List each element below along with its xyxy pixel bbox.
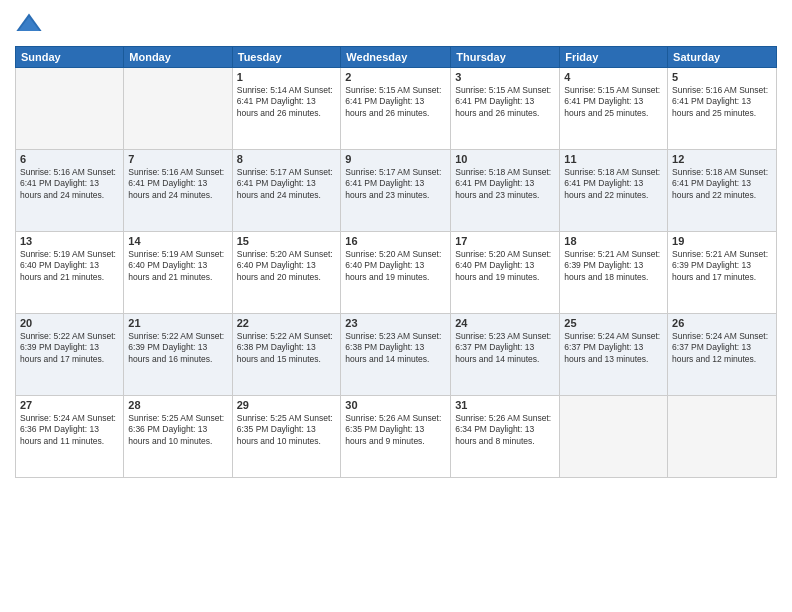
- calendar-cell: [16, 68, 124, 150]
- day-number: 27: [20, 399, 119, 411]
- day-info: Sunrise: 5:15 AM Sunset: 6:41 PM Dayligh…: [345, 85, 446, 119]
- logo: [15, 10, 47, 38]
- calendar-cell: 1Sunrise: 5:14 AM Sunset: 6:41 PM Daylig…: [232, 68, 341, 150]
- calendar-table: SundayMondayTuesdayWednesdayThursdayFrid…: [15, 46, 777, 478]
- day-number: 16: [345, 235, 446, 247]
- calendar-week-row: 1Sunrise: 5:14 AM Sunset: 6:41 PM Daylig…: [16, 68, 777, 150]
- day-info: Sunrise: 5:20 AM Sunset: 6:40 PM Dayligh…: [345, 249, 446, 283]
- calendar-cell: 6Sunrise: 5:16 AM Sunset: 6:41 PM Daylig…: [16, 150, 124, 232]
- calendar-cell: 20Sunrise: 5:22 AM Sunset: 6:39 PM Dayli…: [16, 314, 124, 396]
- day-number: 30: [345, 399, 446, 411]
- calendar-cell: 5Sunrise: 5:16 AM Sunset: 6:41 PM Daylig…: [668, 68, 777, 150]
- day-number: 22: [237, 317, 337, 329]
- day-info: Sunrise: 5:22 AM Sunset: 6:39 PM Dayligh…: [128, 331, 227, 365]
- day-number: 1: [237, 71, 337, 83]
- day-number: 31: [455, 399, 555, 411]
- calendar-week-row: 27Sunrise: 5:24 AM Sunset: 6:36 PM Dayli…: [16, 396, 777, 478]
- calendar-header-friday: Friday: [560, 47, 668, 68]
- calendar-cell: 17Sunrise: 5:20 AM Sunset: 6:40 PM Dayli…: [451, 232, 560, 314]
- calendar-cell: 31Sunrise: 5:26 AM Sunset: 6:34 PM Dayli…: [451, 396, 560, 478]
- day-info: Sunrise: 5:19 AM Sunset: 6:40 PM Dayligh…: [128, 249, 227, 283]
- day-info: Sunrise: 5:25 AM Sunset: 6:36 PM Dayligh…: [128, 413, 227, 447]
- day-info: Sunrise: 5:26 AM Sunset: 6:34 PM Dayligh…: [455, 413, 555, 447]
- calendar-cell: 21Sunrise: 5:22 AM Sunset: 6:39 PM Dayli…: [124, 314, 232, 396]
- day-info: Sunrise: 5:19 AM Sunset: 6:40 PM Dayligh…: [20, 249, 119, 283]
- day-info: Sunrise: 5:15 AM Sunset: 6:41 PM Dayligh…: [455, 85, 555, 119]
- day-number: 13: [20, 235, 119, 247]
- day-info: Sunrise: 5:17 AM Sunset: 6:41 PM Dayligh…: [345, 167, 446, 201]
- day-number: 10: [455, 153, 555, 165]
- calendar-header-row: SundayMondayTuesdayWednesdayThursdayFrid…: [16, 47, 777, 68]
- day-info: Sunrise: 5:18 AM Sunset: 6:41 PM Dayligh…: [564, 167, 663, 201]
- day-number: 11: [564, 153, 663, 165]
- day-number: 21: [128, 317, 227, 329]
- calendar-cell: 26Sunrise: 5:24 AM Sunset: 6:37 PM Dayli…: [668, 314, 777, 396]
- calendar-cell: 22Sunrise: 5:22 AM Sunset: 6:38 PM Dayli…: [232, 314, 341, 396]
- day-info: Sunrise: 5:16 AM Sunset: 6:41 PM Dayligh…: [20, 167, 119, 201]
- day-number: 12: [672, 153, 772, 165]
- day-info: Sunrise: 5:21 AM Sunset: 6:39 PM Dayligh…: [672, 249, 772, 283]
- calendar-cell: 15Sunrise: 5:20 AM Sunset: 6:40 PM Dayli…: [232, 232, 341, 314]
- page-container: SundayMondayTuesdayWednesdayThursdayFrid…: [0, 0, 792, 612]
- calendar-cell: 23Sunrise: 5:23 AM Sunset: 6:38 PM Dayli…: [341, 314, 451, 396]
- day-number: 6: [20, 153, 119, 165]
- calendar-cell: 9Sunrise: 5:17 AM Sunset: 6:41 PM Daylig…: [341, 150, 451, 232]
- calendar-header-tuesday: Tuesday: [232, 47, 341, 68]
- day-info: Sunrise: 5:16 AM Sunset: 6:41 PM Dayligh…: [672, 85, 772, 119]
- calendar-cell: [560, 396, 668, 478]
- calendar-cell: 30Sunrise: 5:26 AM Sunset: 6:35 PM Dayli…: [341, 396, 451, 478]
- calendar-week-row: 6Sunrise: 5:16 AM Sunset: 6:41 PM Daylig…: [16, 150, 777, 232]
- calendar-week-row: 13Sunrise: 5:19 AM Sunset: 6:40 PM Dayli…: [16, 232, 777, 314]
- day-info: Sunrise: 5:23 AM Sunset: 6:38 PM Dayligh…: [345, 331, 446, 365]
- logo-icon: [15, 10, 43, 38]
- day-number: 14: [128, 235, 227, 247]
- calendar-cell: 18Sunrise: 5:21 AM Sunset: 6:39 PM Dayli…: [560, 232, 668, 314]
- header: [15, 10, 777, 38]
- day-info: Sunrise: 5:21 AM Sunset: 6:39 PM Dayligh…: [564, 249, 663, 283]
- day-info: Sunrise: 5:18 AM Sunset: 6:41 PM Dayligh…: [455, 167, 555, 201]
- day-info: Sunrise: 5:22 AM Sunset: 6:39 PM Dayligh…: [20, 331, 119, 365]
- day-info: Sunrise: 5:26 AM Sunset: 6:35 PM Dayligh…: [345, 413, 446, 447]
- calendar-cell: 12Sunrise: 5:18 AM Sunset: 6:41 PM Dayli…: [668, 150, 777, 232]
- day-info: Sunrise: 5:17 AM Sunset: 6:41 PM Dayligh…: [237, 167, 337, 201]
- day-number: 19: [672, 235, 772, 247]
- calendar-header-sunday: Sunday: [16, 47, 124, 68]
- day-number: 29: [237, 399, 337, 411]
- day-info: Sunrise: 5:15 AM Sunset: 6:41 PM Dayligh…: [564, 85, 663, 119]
- day-info: Sunrise: 5:20 AM Sunset: 6:40 PM Dayligh…: [455, 249, 555, 283]
- day-number: 25: [564, 317, 663, 329]
- calendar-cell: 8Sunrise: 5:17 AM Sunset: 6:41 PM Daylig…: [232, 150, 341, 232]
- calendar-cell: 24Sunrise: 5:23 AM Sunset: 6:37 PM Dayli…: [451, 314, 560, 396]
- calendar-cell: 14Sunrise: 5:19 AM Sunset: 6:40 PM Dayli…: [124, 232, 232, 314]
- day-info: Sunrise: 5:20 AM Sunset: 6:40 PM Dayligh…: [237, 249, 337, 283]
- calendar-cell: 13Sunrise: 5:19 AM Sunset: 6:40 PM Dayli…: [16, 232, 124, 314]
- day-number: 5: [672, 71, 772, 83]
- calendar-cell: 7Sunrise: 5:16 AM Sunset: 6:41 PM Daylig…: [124, 150, 232, 232]
- calendar-header-thursday: Thursday: [451, 47, 560, 68]
- calendar-cell: 4Sunrise: 5:15 AM Sunset: 6:41 PM Daylig…: [560, 68, 668, 150]
- day-info: Sunrise: 5:24 AM Sunset: 6:37 PM Dayligh…: [672, 331, 772, 365]
- day-number: 2: [345, 71, 446, 83]
- day-number: 23: [345, 317, 446, 329]
- day-number: 18: [564, 235, 663, 247]
- day-info: Sunrise: 5:23 AM Sunset: 6:37 PM Dayligh…: [455, 331, 555, 365]
- day-info: Sunrise: 5:24 AM Sunset: 6:37 PM Dayligh…: [564, 331, 663, 365]
- calendar-cell: 10Sunrise: 5:18 AM Sunset: 6:41 PM Dayli…: [451, 150, 560, 232]
- day-number: 3: [455, 71, 555, 83]
- day-info: Sunrise: 5:16 AM Sunset: 6:41 PM Dayligh…: [128, 167, 227, 201]
- day-number: 15: [237, 235, 337, 247]
- day-number: 7: [128, 153, 227, 165]
- calendar-cell: [668, 396, 777, 478]
- calendar-header-saturday: Saturday: [668, 47, 777, 68]
- calendar-cell: 28Sunrise: 5:25 AM Sunset: 6:36 PM Dayli…: [124, 396, 232, 478]
- day-number: 20: [20, 317, 119, 329]
- calendar-cell: 11Sunrise: 5:18 AM Sunset: 6:41 PM Dayli…: [560, 150, 668, 232]
- day-info: Sunrise: 5:25 AM Sunset: 6:35 PM Dayligh…: [237, 413, 337, 447]
- day-number: 9: [345, 153, 446, 165]
- day-info: Sunrise: 5:18 AM Sunset: 6:41 PM Dayligh…: [672, 167, 772, 201]
- calendar-cell: 2Sunrise: 5:15 AM Sunset: 6:41 PM Daylig…: [341, 68, 451, 150]
- calendar-cell: 3Sunrise: 5:15 AM Sunset: 6:41 PM Daylig…: [451, 68, 560, 150]
- day-number: 24: [455, 317, 555, 329]
- day-number: 26: [672, 317, 772, 329]
- day-info: Sunrise: 5:14 AM Sunset: 6:41 PM Dayligh…: [237, 85, 337, 119]
